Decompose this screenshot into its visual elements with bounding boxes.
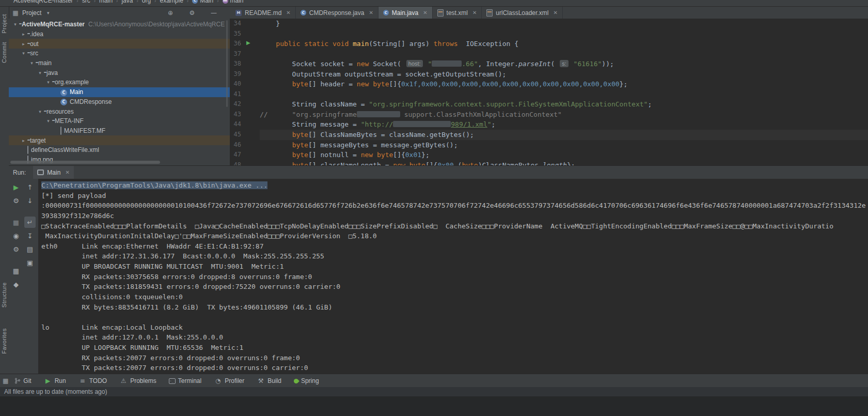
run-line-icon[interactable]: ▶	[246, 40, 250, 45]
tab-main-java[interactable]: CMain.java✕	[378, 7, 433, 19]
statusbar-git[interactable]: Git	[14, 377, 31, 384]
chevron-down-icon[interactable]: ▾	[37, 70, 43, 75]
settings-button[interactable]: ⚙	[188, 9, 196, 17]
statusbar-todo[interactable]: ≡TODO	[78, 377, 107, 385]
breadcrumb-item[interactable]: org	[142, 0, 151, 4]
wrench-button[interactable]: ⚙	[10, 195, 22, 206]
print-button[interactable]: ▤	[24, 243, 36, 255]
method-icon: m	[223, 0, 228, 4]
breadcrumb-item[interactable]: main	[99, 0, 113, 4]
tree-item-main[interactable]: ▾main	[9, 58, 230, 68]
tab-readme-md[interactable]: MREADME.md✕	[231, 7, 296, 19]
grid-button[interactable]: ▦	[10, 265, 22, 276]
tree-item-activemqrce-master[interactable]: ▾ActiveMqRCE-masterC:\Users\Anonymous\De…	[9, 20, 230, 29]
tree-item-cmdresponse[interactable]: CCMDResponse	[9, 97, 230, 107]
run-console[interactable]: C:\Penetration\ProgramTools\Java\jdk1.8\…	[38, 179, 868, 374]
tab-urlclassloader-xml[interactable]: urlClassLoader.xml✕	[482, 7, 562, 19]
tree-item-meta-inf[interactable]: ▾META-INF	[9, 116, 230, 126]
breadcrumb-separator: ›	[136, 0, 138, 4]
close-tab-icon[interactable]: ✕	[472, 10, 477, 16]
chevron-down-icon[interactable]: ▾	[28, 60, 35, 66]
tree-item-resources[interactable]: ▾resources	[9, 106, 230, 116]
soft-wrap-button[interactable]: ↵	[24, 217, 36, 228]
tree-item-out[interactable]: ▸out	[9, 39, 230, 49]
stripe-structure[interactable]: Structure	[1, 282, 7, 307]
tab-test-xml[interactable]: test.xml✕	[433, 7, 482, 19]
tab-cmdresponse-java[interactable]: CCMDResponse.java✕	[296, 7, 378, 19]
statusbar-build[interactable]: ⚒Build	[257, 377, 281, 385]
console-line: RX packets:30375658 errors:0 dropped:8 o…	[41, 272, 868, 282]
scroll-end-button[interactable]: ↧	[24, 230, 36, 241]
breadcrumb-item[interactable]: mmain	[223, 0, 244, 4]
console-line: [*] send payload	[41, 191, 868, 201]
tree-item-src[interactable]: ▾src	[9, 49, 230, 58]
chevron-right-icon[interactable]: ▸	[20, 138, 27, 143]
chevron-down-icon[interactable]: ▾	[45, 80, 52, 85]
gutter: 36▶	[230, 39, 260, 49]
chevron-right-icon[interactable]: ▸	[20, 32, 27, 37]
down-button[interactable]: ↓	[24, 195, 36, 206]
stop-button[interactable]: ■	[10, 217, 22, 228]
tree-vertical-scrollbar[interactable]	[226, 20, 228, 107]
chevron-right-icon[interactable]: ▸	[20, 41, 27, 47]
statusbar-profiler[interactable]: ◔Profiler	[214, 377, 244, 385]
breadcrumb-item[interactable]: java	[121, 0, 133, 4]
console-line: 3938392f312e786d6c	[41, 211, 868, 221]
project-tree-panel: ▾ActiveMqRCE-masterC:\Users\Anonymous\De…	[9, 19, 230, 165]
hide-button[interactable]: —	[210, 9, 218, 17]
tree-item--idea[interactable]: ▸.idea	[9, 29, 230, 39]
pin-button[interactable]: ◆	[10, 279, 22, 290]
breadcrumb-item[interactable]: CMain	[192, 0, 213, 4]
breadcrumb-item[interactable]: src	[82, 0, 90, 4]
run-tab-main[interactable]: Main ✕	[33, 166, 73, 179]
breadcrumb-item[interactable]: ActiveMqRCE-master	[13, 0, 73, 4]
tree-item-java[interactable]: ▾java	[9, 68, 230, 78]
console-line: inet addr:172.31.36.177 Bcast:0.0.0.0 Ma…	[41, 251, 868, 261]
stripe-commit[interactable]: Commit	[1, 42, 7, 63]
redaction-box	[357, 111, 400, 117]
breadcrumb-item[interactable]: example	[160, 0, 183, 4]
status-bar: ▦ Git▶Run≡TODO⚠Problems›_Terminal◔Profil…	[0, 374, 868, 388]
grid-icon: ▦	[11, 9, 20, 17]
statusbar-terminal[interactable]: ›_Terminal	[169, 377, 201, 384]
gutter: 45	[230, 130, 260, 140]
tool-windows-icon[interactable]: ▦	[3, 377, 8, 384]
close-tab-icon[interactable]: ✕	[369, 10, 373, 16]
locate-button[interactable]: ⊕	[166, 9, 175, 17]
console-line: RX packets:20077 errors:0 dropped:0 over…	[41, 353, 868, 363]
stripe-project[interactable]: Project	[1, 14, 7, 34]
rerun-button[interactable]: ▶	[10, 181, 22, 193]
tree-item-manifest-mf[interactable]: MANIFEST.MF	[9, 126, 230, 136]
clear-button[interactable]: ▣	[24, 257, 36, 268]
close-tab-icon[interactable]: ✕	[553, 10, 557, 16]
tree-item-defineclasswritefile-xml[interactable]: defineClassWriteFile.xml	[9, 145, 230, 155]
tree-item-target[interactable]: ▸target	[9, 135, 230, 145]
settings-button[interactable]: ⚙	[10, 243, 22, 255]
close-icon[interactable]: ✕	[65, 170, 69, 175]
console-line: inet addr:127.0.0.1 Mask:255.0.0.0	[41, 332, 868, 343]
code-editor[interactable]: 34 }3536▶ public static void main(String…	[230, 19, 868, 165]
gutter: 47	[230, 150, 260, 160]
tree-item-main[interactable]: CMain	[9, 87, 230, 97]
tree-horizontal-scrollbar[interactable]	[10, 161, 160, 164]
close-tab-icon[interactable]: ✕	[286, 10, 290, 16]
up-button[interactable]: ↑	[24, 181, 36, 193]
statusbar-problems[interactable]: ⚠Problems	[119, 377, 156, 385]
statusbar-spring[interactable]: Spring	[294, 377, 319, 384]
run-toolbar-column-b: ↑↓↵↧▤▣	[24, 180, 36, 269]
close-tab-icon[interactable]: ✕	[423, 10, 427, 16]
run-toolbar-column-a: ▶⚙■◉⚙▦◆	[10, 180, 22, 291]
chevron-down-icon[interactable]: ▾	[45, 118, 52, 124]
code-line-46: 46 byte[] messageBytes = message.getByte…	[230, 140, 868, 150]
command-line[interactable]: C:\Penetration\ProgramTools\Java\jdk1.8\…	[41, 181, 267, 189]
class-icon: C	[60, 99, 67, 105]
tree-item-org-example[interactable]: ▾org.example	[9, 78, 230, 87]
chevron-down-icon[interactable]: ▾	[20, 51, 27, 56]
screenshot-button[interactable]: ◉	[10, 230, 22, 241]
chevron-down-icon[interactable]: ▾	[37, 109, 43, 114]
parameter-hint: host:	[406, 60, 423, 67]
statusbar-run[interactable]: ▶Run	[44, 377, 66, 385]
project-tool-window-selector[interactable]: ▦ Project ▾	[11, 7, 52, 19]
stripe-favorites[interactable]: Favorites	[1, 328, 7, 354]
chevron-down-icon[interactable]: ▾	[12, 22, 19, 27]
